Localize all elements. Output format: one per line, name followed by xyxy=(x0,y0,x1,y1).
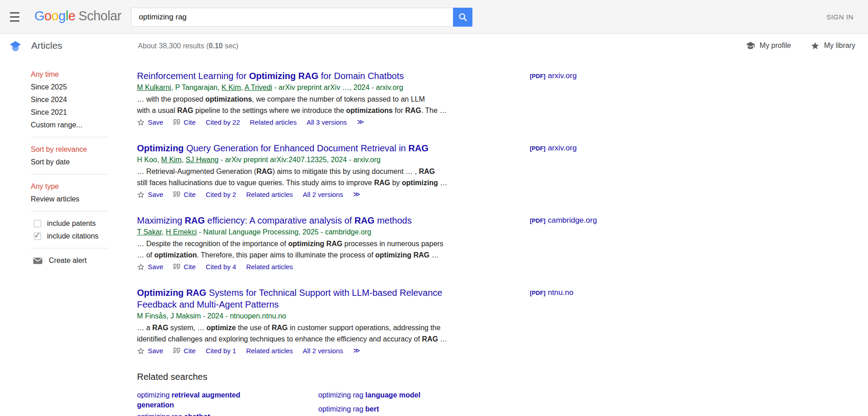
my-profile-label: My profile xyxy=(760,42,791,50)
include-patents-checkbox[interactable]: include patents xyxy=(31,217,108,230)
pdf-link[interactable]: [PDF]arxiv.org xyxy=(530,70,577,82)
sidebar-filter-sort-by-date[interactable]: Sort by date xyxy=(31,156,108,168)
star-icon xyxy=(810,41,820,51)
save-star-icon xyxy=(137,263,145,271)
snippet-line: … of optimization. Therefore, this paper… xyxy=(137,249,453,261)
result-authors: M Kulkarni, P Tangarajan, K Kim, A Trive… xyxy=(137,82,453,93)
versions-link[interactable]: All 2 versions xyxy=(303,347,343,355)
my-library-link[interactable]: My library xyxy=(810,41,855,51)
cite-quote-icon xyxy=(173,119,180,125)
cite-quote-icon xyxy=(173,191,180,197)
results-count: About 38,300 results (0.10 sec) xyxy=(138,42,238,50)
double-chevron-icon[interactable]: ≫ xyxy=(357,118,363,126)
result-actions: SaveCiteCited by 4Related articles xyxy=(137,261,453,272)
create-alert-button[interactable]: Create alert xyxy=(31,254,108,267)
pdf-link[interactable]: [PDF]arxiv.org xyxy=(530,142,577,154)
sidebar-divider xyxy=(31,248,108,248)
save-button[interactable]: Save xyxy=(137,118,163,126)
checkbox-label: include citations xyxy=(47,232,99,240)
pdf-tag: [PDF] xyxy=(530,290,546,296)
sidebar-filter-since-2024[interactable]: Since 2024 xyxy=(31,93,108,106)
related-articles-link[interactable]: Related articles xyxy=(246,191,292,198)
sidebar-divider xyxy=(31,174,108,174)
scholar-logo-text: Scholar xyxy=(79,9,122,23)
menu-icon[interactable] xyxy=(10,12,21,22)
versions-link[interactable]: All 2 versions xyxy=(303,191,343,198)
related-articles-link[interactable]: Related articles xyxy=(250,118,297,126)
related-articles-link[interactable]: Related articles xyxy=(246,263,292,271)
search-results: Reinforcement Learning for Optimizing RA… xyxy=(137,70,670,416)
sidebar-filter-sort-by-relevance[interactable]: Sort by relevance xyxy=(31,143,108,156)
snippet-line: … Despite the recognition of the importa… xyxy=(137,238,453,249)
sidebar-divider xyxy=(31,137,108,137)
cite-quote-icon xyxy=(173,263,180,270)
search-button[interactable] xyxy=(453,8,472,27)
related-search-link[interactable]: optimizing retrieval augmented generatio… xyxy=(137,390,264,410)
sidebar-filter-since-2025[interactable]: Since 2025 xyxy=(31,81,108,93)
checkmark-icon: ✓ xyxy=(34,230,41,240)
save-star-icon xyxy=(137,347,145,355)
checkbox-box[interactable] xyxy=(34,220,41,227)
versions-link[interactable]: All 3 versions xyxy=(307,118,347,126)
related-searches-heading: Related searches xyxy=(137,371,670,383)
related-search-link[interactable]: optimizing rag chatbot xyxy=(137,412,264,416)
search-input[interactable] xyxy=(131,8,453,27)
checkbox-box[interactable]: ✓ xyxy=(34,233,41,240)
create-alert-label: Create alert xyxy=(49,257,87,265)
pdf-link[interactable]: [PDF]ntnu.no xyxy=(530,287,573,299)
result-snippet: … Retrieval-Augmented Generation (RAG) a… xyxy=(137,166,453,188)
pdf-source: cambridge.org xyxy=(548,216,597,224)
sidebar-filter-any-type[interactable]: Any type xyxy=(31,180,108,193)
cite-button[interactable]: Cite xyxy=(173,191,196,198)
search-result: Optimizing RAG Systems for Technical Sup… xyxy=(137,287,670,356)
my-profile-link[interactable]: My profile xyxy=(745,41,791,51)
cited-by-link[interactable]: Cited by 1 xyxy=(206,347,236,355)
pdf-link[interactable]: [PDF]cambridge.org xyxy=(530,215,597,227)
cited-by-link[interactable]: Cited by 4 xyxy=(206,263,236,271)
scholar-articles-icon xyxy=(9,40,22,52)
save-button[interactable]: Save xyxy=(137,263,163,271)
snippet-line: … a RAG system, … optimize the use of RA… xyxy=(137,322,453,333)
search-result: Optimizing Query Generation for Enhanced… xyxy=(137,142,670,200)
google-scholar-logo[interactable]: GoogleScholar xyxy=(34,9,121,23)
related-left-column: optimizing retrieval augmented generatio… xyxy=(137,390,264,416)
result-authors: T Şakar, H Emekci - Natural Language Pro… xyxy=(137,226,453,238)
snippet-line: with a usual RAG pipeline to the setting… xyxy=(137,105,453,116)
result-title-link[interactable]: Optimizing RAG Systems for Technical Sup… xyxy=(137,287,453,310)
sidebar-filter-review-articles[interactable]: Review articles xyxy=(31,193,108,206)
pdf-source: arxiv.org xyxy=(548,71,577,80)
articles-tab-label: Articles xyxy=(31,40,62,51)
checkbox-label: include patents xyxy=(47,220,96,228)
result-main: Optimizing RAG Systems for Technical Sup… xyxy=(137,287,453,356)
related-searches: optimizing retrieval augmented generatio… xyxy=(137,390,670,416)
result-title-link[interactable]: Optimizing Query Generation for Enhanced… xyxy=(137,142,453,154)
cited-by-link[interactable]: Cited by 2 xyxy=(206,191,236,198)
sidebar-filter-any-time[interactable]: Any time xyxy=(31,68,108,81)
save-button[interactable]: Save xyxy=(137,191,163,198)
search-icon xyxy=(458,12,468,22)
result-title-link[interactable]: Maximizing RAG efficiency: A comparative… xyxy=(137,215,453,226)
cite-button[interactable]: Cite xyxy=(173,347,196,355)
related-articles-link[interactable]: Related articles xyxy=(246,347,292,355)
double-chevron-icon[interactable]: ≫ xyxy=(353,190,359,198)
sign-in-button[interactable]: SIGN IN xyxy=(826,13,854,21)
sidebar-filter-custom-range-[interactable]: Custom range... xyxy=(31,119,108,131)
pdf-source: ntnu.no xyxy=(548,288,574,297)
save-button[interactable]: Save xyxy=(137,347,163,355)
snippet-line: still faces hallucinations due to vague … xyxy=(137,177,453,188)
cited-by-link[interactable]: Cited by 22 xyxy=(206,118,240,126)
result-actions: SaveCiteCited by 22Related articlesAll 3… xyxy=(137,116,453,128)
sidebar-divider xyxy=(31,211,108,211)
envelope-icon xyxy=(33,257,42,264)
result-authors: M Finsås, J Maksim - 2024 - ntnuopen.ntn… xyxy=(137,310,453,322)
result-snippet: … with the proposed optimizations, we co… xyxy=(137,93,453,116)
search-result: Maximizing RAG efficiency: A comparative… xyxy=(137,215,670,272)
sidebar-filter-since-2021[interactable]: Since 2021 xyxy=(31,106,108,119)
cite-button[interactable]: Cite xyxy=(173,263,196,271)
related-search-link[interactable]: optimizing rag bert xyxy=(318,404,467,414)
cite-button[interactable]: Cite xyxy=(173,118,196,126)
include-citations-checkbox[interactable]: ✓include citations xyxy=(31,230,108,243)
result-title-link[interactable]: Reinforcement Learning for Optimizing RA… xyxy=(137,70,453,82)
related-search-link[interactable]: optimizing rag language model xyxy=(318,390,467,400)
double-chevron-icon[interactable]: ≫ xyxy=(353,346,359,355)
